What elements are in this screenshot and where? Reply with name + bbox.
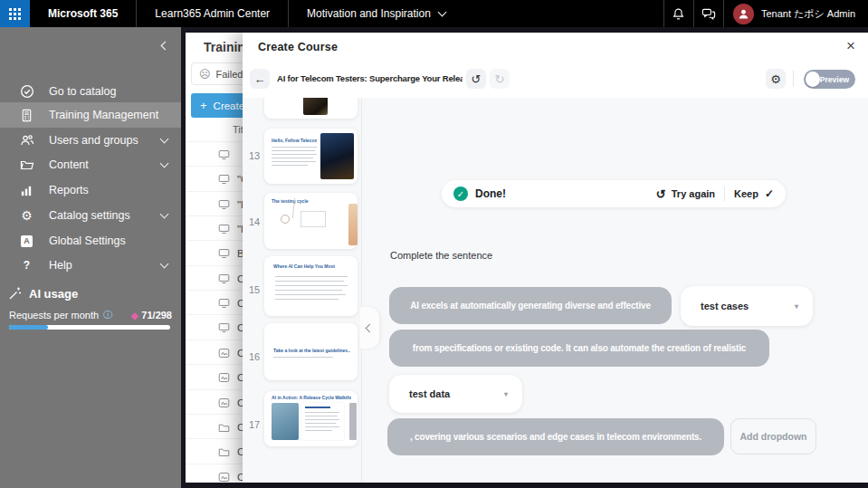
slide-thumbnail-partial[interactable] — [264, 98, 358, 119]
table-row[interactable]: "Ca — [186, 166, 243, 191]
ai-usage-progress-fill — [9, 325, 48, 330]
requests-label: Requests per month — [9, 310, 99, 321]
sentence-segment-2[interactable]: from specifications or existing code. It… — [389, 330, 769, 367]
sidebar-item-label: Training Management — [49, 109, 158, 121]
gear-icon: ⚙ — [19, 208, 34, 223]
chevron-down-icon — [160, 135, 169, 144]
slide-thumbnail-16[interactable]: Take a look at the latest guidelines... — [264, 323, 358, 380]
folder-icon — [218, 446, 230, 457]
rail-collapse-icon[interactable] — [360, 307, 379, 349]
monitor-icon — [218, 273, 230, 284]
slide-thumbnail-15[interactable]: Where AI Can Help You Most — [264, 256, 358, 316]
redo-button[interactable]: ↻ — [490, 69, 510, 89]
info-icon[interactable]: ⓘ — [103, 309, 112, 321]
table-row[interactable]: Co — [186, 414, 243, 439]
sidebar-item-users-and-groups[interactable]: Users and groups — [0, 128, 181, 153]
back-button[interactable]: ← — [250, 69, 270, 89]
sidebar-item-go-to-catalog[interactable]: Go to catalog — [0, 79, 181, 104]
preview-toggle[interactable]: Preview — [804, 70, 855, 89]
top-bar: Microsoft 365 Learn365 Admin Center Moti… — [0, 0, 868, 27]
sidebar-item-content[interactable]: Content — [0, 152, 181, 177]
create-training-label: Create tra — [214, 100, 243, 111]
thumb-title: AI in Action: A Release Cycle Walkthroug… — [272, 395, 351, 400]
question-mark-icon: ? — [19, 259, 34, 272]
chevron-down-icon: ▾ — [795, 302, 798, 311]
sidebar-item-training-management[interactable]: Training Management — [0, 102, 181, 128]
user-avatar[interactable] — [733, 4, 754, 24]
create-training-button[interactable]: + Create tra — [191, 93, 243, 118]
add-dropdown-button[interactable]: Add dropdown — [730, 418, 816, 455]
slide-thumbnail-14[interactable]: The testing cycle — [264, 193, 358, 249]
table-row[interactable]: Cu — [186, 438, 243, 464]
redo-icon: ↻ — [495, 72, 505, 86]
sidebar-item-label: Go to catalog — [49, 85, 116, 98]
sidebar-item-catalog-settings[interactable]: ⚙ Catalog settings — [0, 203, 181, 228]
back-arrow-icon: ← — [254, 72, 266, 86]
table-row[interactable] — [186, 141, 243, 167]
app-launcher-waffle-icon[interactable] — [0, 0, 30, 27]
requests-count-value: 71/298 — [141, 310, 172, 321]
refresh-icon: ↺ — [656, 187, 666, 201]
sentence-segment-1[interactable]: AI excels at automatically generating di… — [389, 287, 672, 324]
chevron-down-icon: ▾ — [504, 390, 508, 398]
sidebar-item-label: Help — [49, 259, 72, 272]
table-row[interactable]: Co — [186, 389, 243, 415]
monitor-icon — [218, 149, 230, 160]
failed-processes-chip[interactable]: ☹ Failed pro — [191, 62, 243, 85]
table-row[interactable]: Cu — [186, 464, 243, 483]
dropdown-value: test data — [409, 388, 450, 399]
sidebar-item-reports[interactable]: Reports — [0, 177, 181, 203]
course-title: AI for Telecom Testers: Supercharge Your… — [277, 73, 463, 83]
slide-thumbnail-17[interactable]: AI in Action: A Release Cycle Walkthroug… — [264, 391, 358, 446]
badge-icon — [218, 397, 230, 408]
answer-dropdown-1[interactable]: test cases ▾ — [681, 286, 813, 326]
notifications-bell-icon[interactable] — [664, 0, 693, 27]
left-sidebar: Go to catalog Training Management Users … — [0, 27, 181, 488]
undo-button[interactable]: ↺ — [466, 69, 486, 89]
feedback-chat-icon[interactable] — [694, 0, 723, 27]
course-menu-dropdown[interactable]: Motivation and Inspiration — [289, 7, 463, 20]
thumbnail-photo — [348, 204, 358, 245]
settings-button[interactable]: ⚙ — [766, 69, 786, 89]
illustration — [300, 211, 326, 227]
table-row[interactable]: Bri — [186, 240, 243, 265]
app-root: Microsoft 365 Learn365 Admin Center Moti… — [0, 0, 868, 488]
sidebar-item-help[interactable]: ? Help — [0, 253, 181, 278]
sidebar-collapse-icon[interactable] — [162, 36, 168, 53]
ai-usage-progress-bar — [9, 325, 170, 330]
try-again-button[interactable]: Try again — [672, 188, 715, 199]
chevron-down-icon — [160, 260, 169, 269]
folder-icon — [218, 422, 230, 433]
check-circle-icon — [19, 84, 34, 99]
panel-title: Create Course — [258, 41, 338, 53]
table-row[interactable]: Co — [186, 340, 243, 365]
training-management-panel: Training M ☹ Failed pro + Create tra Tit… — [186, 33, 243, 483]
answer-dropdown-2[interactable]: test data ▾ — [389, 375, 522, 413]
table-row[interactable]: "Pr — [186, 215, 243, 241]
slide-thumbnail-13[interactable]: Hello, Fellow Telecom Tester! — [264, 129, 358, 184]
table-row[interactable]: Co — [186, 314, 243, 340]
table-row[interactable]: "Da — [186, 191, 243, 216]
topbar-right: Tenant たポシ Admin — [663, 0, 868, 27]
sentence-segment-3[interactable]: , covering various scenarios and edge ca… — [387, 418, 724, 455]
folder-icon — [19, 158, 34, 172]
table-row[interactable]: Co — [186, 290, 243, 315]
keep-button[interactable]: Keep — [734, 188, 758, 199]
chevron-down-icon — [160, 210, 169, 219]
divider — [723, 0, 724, 27]
badge-icon — [218, 348, 230, 359]
monitor-icon — [218, 199, 230, 210]
done-banner: ✓ Done! ↺ Try again Keep ✓ — [442, 180, 786, 207]
monitor-icon — [218, 298, 230, 309]
user-name[interactable]: Tenant たポシ Admin — [761, 7, 868, 21]
divider — [361, 98, 362, 483]
sidebar-item-label: Users and groups — [49, 134, 138, 147]
table-row[interactable]: Co — [186, 364, 243, 389]
table-row[interactable]: Co — [186, 265, 243, 291]
product-name[interactable]: Microsoft 365 — [30, 7, 136, 20]
sidebar-item-global-settings[interactable]: A Global Settings — [0, 228, 181, 254]
close-icon[interactable]: × — [846, 37, 855, 55]
slide-number: 14 — [246, 216, 262, 227]
admin-center-title[interactable]: Learn365 Admin Center — [137, 7, 288, 20]
chevron-down-icon — [437, 8, 446, 17]
